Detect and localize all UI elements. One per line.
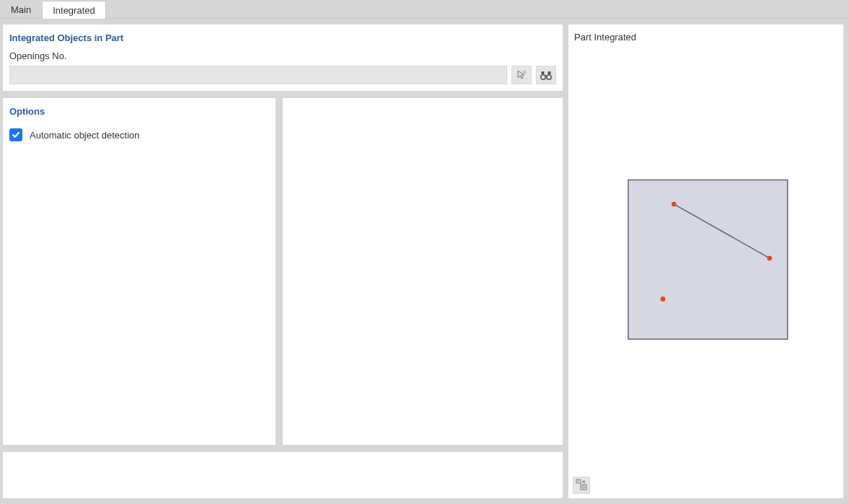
preview-viewport[interactable] xyxy=(574,48,837,492)
svg-point-14 xyxy=(582,485,584,487)
automatic-object-detection-checkbox[interactable]: Automatic object detection xyxy=(9,128,269,141)
preview-settings-button[interactable] xyxy=(573,477,590,494)
pick-object-button[interactable] xyxy=(511,66,532,84)
svg-point-4 xyxy=(541,75,545,79)
checkbox-label: Automatic object detection xyxy=(30,130,139,141)
tab-integrated[interactable]: Integrated xyxy=(42,1,106,19)
find-object-button[interactable] xyxy=(536,66,556,84)
workspace: Integrated Objects in Part Openings No. xyxy=(0,19,849,504)
preview-settings-icon xyxy=(576,479,587,492)
svg-rect-6 xyxy=(545,76,547,77)
checkbox-box xyxy=(9,128,22,141)
bottom-panel xyxy=(3,452,563,498)
panel-title: Integrated Objects in Part xyxy=(9,32,556,43)
left-column: Integrated Objects in Part Openings No. xyxy=(3,25,563,498)
svg-rect-2 xyxy=(542,71,545,74)
tab-label: Main xyxy=(11,4,31,15)
svg-point-5 xyxy=(547,75,551,79)
tab-main[interactable]: Main xyxy=(0,0,42,18)
svg-point-9 xyxy=(672,202,677,207)
svg-rect-3 xyxy=(548,71,551,74)
options-panel: Options Automatic object detection xyxy=(3,98,276,445)
svg-rect-7 xyxy=(628,180,788,340)
preview-title: Part Integrated xyxy=(574,32,837,43)
openings-row xyxy=(9,66,556,84)
svg-point-11 xyxy=(661,296,666,301)
tab-label: Integrated xyxy=(53,5,95,16)
openings-number-label: Openings No. xyxy=(9,50,556,61)
binoculars-icon xyxy=(540,69,552,81)
integrated-objects-panel: Integrated Objects in Part Openings No. xyxy=(3,25,563,91)
svg-point-10 xyxy=(767,256,773,261)
part-preview-graphic xyxy=(574,48,837,492)
panel-title: Options xyxy=(9,106,269,117)
preview-panel: Part Integrated xyxy=(568,25,843,498)
openings-number-input[interactable] xyxy=(9,66,507,84)
cursor-pick-icon xyxy=(516,69,527,81)
empty-panel xyxy=(283,98,563,445)
tabstrip: Main Integrated xyxy=(0,0,849,19)
mid-row: Options Automatic object detection xyxy=(3,98,563,445)
